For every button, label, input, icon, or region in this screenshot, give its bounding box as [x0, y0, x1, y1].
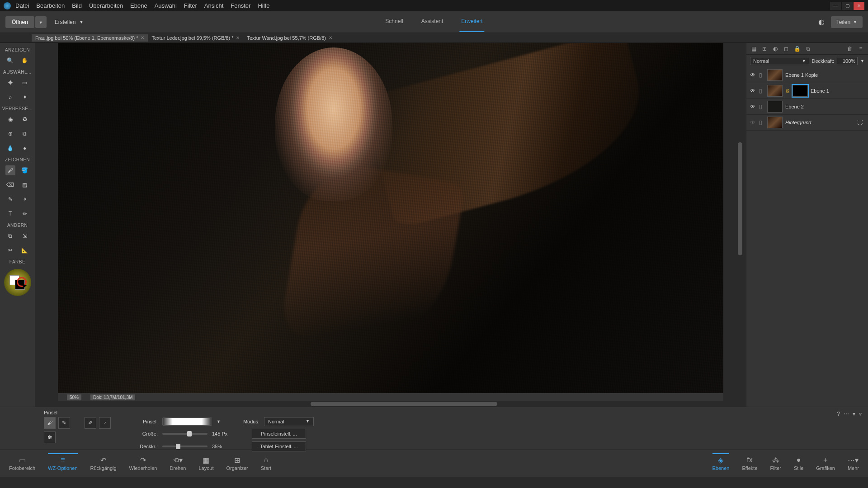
layer-row[interactable]: 👁 ▯ Hintergrund ⛶ [746, 115, 868, 131]
close-tab-icon[interactable]: ✕ [141, 35, 144, 40]
gradient-tool-icon[interactable]: ▨ [20, 180, 30, 190]
brush-preset-picker[interactable] [162, 418, 212, 426]
link-layers-icon[interactable]: ⧉ [804, 45, 811, 52]
nav-rueckgaengig[interactable]: ↶Rückgängig [90, 456, 117, 471]
create-button[interactable]: Erstellen▼ [55, 19, 84, 25]
move-tool-icon[interactable]: ✥ [5, 78, 15, 88]
tablet-settings-button[interactable]: Tablet-Einstell. ... [252, 441, 306, 451]
visibility-icon[interactable]: 👁 [750, 72, 756, 78]
layer-row[interactable]: 👁 ▯ Ebene 1 Kopie [746, 67, 868, 83]
new-layer-icon[interactable]: ▤ [750, 45, 757, 52]
heal-tool-icon[interactable]: ⊕ [5, 129, 15, 139]
link-icon[interactable]: ▯ [759, 72, 764, 78]
nav-filter[interactable]: ⁂Filter [770, 456, 781, 471]
menu-hilfe[interactable]: Hilfe [258, 2, 269, 9]
open-button[interactable]: Öffnen [5, 16, 34, 28]
horizontal-scrollbar[interactable] [58, 401, 723, 407]
collapse-icon[interactable]: ▿ [859, 411, 862, 417]
panel-menu-icon[interactable]: ≡ [857, 45, 864, 52]
menu-ansicht[interactable]: Ansicht [204, 2, 224, 9]
whiten-tool-icon[interactable]: ✪ [20, 114, 30, 124]
open-dropdown[interactable]: ▼ [35, 16, 47, 28]
brush-variant-1[interactable]: 🖌 [44, 417, 56, 429]
link-icon[interactable]: ▯ [759, 103, 764, 110]
layer-row[interactable]: 👁 ▯ ⛓ Ebene 1 [746, 83, 868, 99]
menu-auswahl[interactable]: Auswahl [155, 2, 177, 9]
visibility-icon[interactable]: 👁 [750, 119, 756, 126]
nav-wz-optionen[interactable]: ≡WZ-Optionen [48, 453, 77, 471]
nav-mehr[interactable]: ⋯▾Mehr [848, 456, 859, 471]
layer-thumbnail[interactable] [767, 69, 783, 81]
zoom-tool-icon[interactable]: 🔍 [5, 56, 15, 66]
marquee-tool-icon[interactable]: ▭ [20, 78, 30, 88]
size-value[interactable]: 145 Px [212, 431, 235, 436]
layer-name[interactable]: Ebene 2 [785, 104, 804, 109]
close-button[interactable]: ✕ [854, 2, 864, 10]
theme-toggle-icon[interactable]: ◐ [818, 18, 825, 26]
mode-assistent[interactable]: Assistent [420, 12, 445, 32]
eraser-tool-icon[interactable]: ⌫ [5, 180, 15, 190]
opacity-value[interactable]: 35% [212, 444, 235, 449]
brush-variant-5[interactable]: ✾ [44, 432, 56, 443]
lock-icon[interactable]: 🔒 [793, 45, 801, 52]
menu-datei[interactable]: Datei [15, 2, 29, 9]
nav-drehen[interactable]: ⟲▾Drehen [170, 456, 186, 471]
blend-mode-dropdown[interactable]: Normal▼ [264, 417, 314, 426]
brush-variant-2[interactable]: ✎ [58, 417, 70, 429]
lasso-tool-icon[interactable]: ⌕ [5, 92, 15, 102]
size-slider[interactable] [162, 433, 208, 435]
layer-mask-thumbnail[interactable] [793, 85, 808, 97]
recompose-tool-icon[interactable]: ⇲ [20, 231, 30, 241]
opacity-input[interactable]: 100% [837, 57, 858, 65]
help-icon[interactable]: ? [837, 411, 840, 417]
redeye-tool-icon[interactable]: ◉ [5, 114, 15, 124]
opacity-dropdown-icon[interactable]: ▼ [860, 59, 864, 63]
new-group-icon[interactable]: ⊞ [761, 45, 768, 52]
nav-layout[interactable]: ▦Layout [198, 456, 213, 471]
pencil-tool-icon[interactable]: ✏ [20, 209, 30, 219]
nav-start[interactable]: ⌂Start [261, 456, 271, 471]
brush-variant-4[interactable]: ⟋ [99, 417, 111, 429]
layer-name[interactable]: Ebene 1 Kopie [785, 72, 818, 78]
minimize-button[interactable]: — [830, 2, 841, 10]
nav-stile[interactable]: ●Stile [794, 456, 803, 471]
menu-ebene[interactable]: Ebene [130, 2, 147, 9]
straighten-tool-icon[interactable]: 📐 [20, 245, 30, 255]
document-tab-2[interactable]: Textur Leder.jpg bei 69,5% (RGB/8) *✕ [148, 34, 243, 42]
color-swatches[interactable]: ➤ [0, 269, 35, 296]
canvas[interactable] [58, 43, 723, 393]
nav-fotobereich[interactable]: ▭Fotobereich [9, 456, 35, 471]
lock-icon[interactable]: ⛶ [857, 119, 864, 126]
visibility-icon[interactable]: 👁 [750, 103, 756, 110]
brush-settings-button[interactable]: Pinseleinstell. ... [252, 429, 306, 439]
crop-tool-icon[interactable]: ⧉ [5, 231, 15, 241]
menu-bild[interactable]: Bild [72, 2, 82, 9]
bucket-tool-icon[interactable]: 🪣 [20, 165, 30, 175]
visibility-icon[interactable]: 👁 [750, 88, 756, 94]
clone-tool-icon[interactable]: ⧉ [20, 129, 30, 139]
layer-thumbnail[interactable] [767, 85, 783, 97]
brush-dropdown-icon[interactable]: ▼ [217, 419, 221, 424]
wand-tool-icon[interactable]: ✦ [20, 92, 30, 102]
maximize-button[interactable]: ▢ [842, 2, 853, 10]
document-tab-1[interactable]: Frau.jpg bei 50% (Ebene 1, Ebenenmaske/8… [32, 34, 148, 42]
close-tab-icon[interactable]: ✕ [236, 35, 240, 40]
nav-organizer[interactable]: ⊞Organizer [226, 456, 248, 471]
layer-thumbnail[interactable] [767, 117, 783, 128]
share-button[interactable]: Teilen▼ [831, 16, 863, 28]
nav-wiederholen[interactable]: ↷Wiederholen [129, 456, 157, 471]
adjustment-icon[interactable]: ◐ [772, 45, 779, 52]
mask-icon[interactable]: ◻ [783, 45, 790, 52]
mask-link-icon[interactable]: ⛓ [785, 89, 790, 94]
options-menu-icon[interactable]: ⋯ [844, 411, 849, 417]
link-icon[interactable]: ▯ [759, 88, 764, 94]
text-tool-icon[interactable]: T [5, 209, 15, 219]
blur-tool-icon[interactable]: 💧 [5, 143, 15, 153]
nav-effekte[interactable]: fxEffekte [742, 456, 757, 471]
vertical-scrollbar[interactable] [738, 142, 742, 255]
brush-variant-3[interactable]: ✐ [85, 417, 96, 429]
zoom-level[interactable]: 50% [67, 394, 81, 400]
nav-ebenen[interactable]: ◈Ebenen [712, 453, 730, 471]
mode-schnell[interactable]: Schnell [383, 12, 405, 32]
layer-thumbnail[interactable] [767, 101, 783, 113]
